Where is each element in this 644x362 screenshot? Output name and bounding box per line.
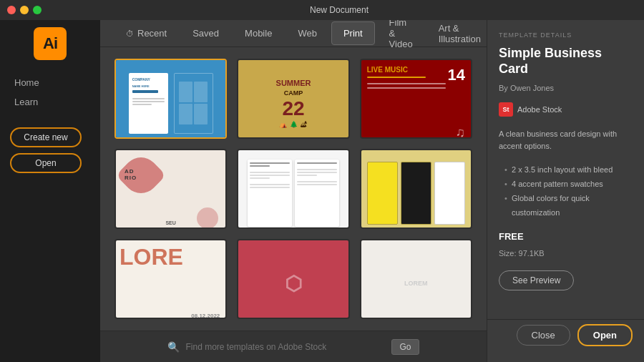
template-thumb-biz: COMPANY NAME HERE <box>116 60 225 139</box>
stock-badge: St Adobe Stock <box>499 102 633 117</box>
clock-icon: ⏱ <box>126 29 134 38</box>
biz-card-line-company <box>132 90 158 93</box>
search-bar: 🔍 Go <box>100 331 487 362</box>
tab-mobile[interactable]: Mobile <box>233 22 283 44</box>
open-button[interactable]: Open <box>577 324 633 346</box>
create-new-button[interactable]: Create new <box>10 127 82 147</box>
panel-features-list: 2 x 3.5 inch layout with bleed 4 accent … <box>499 163 633 220</box>
resume-preview <box>238 150 348 229</box>
close-traffic-light[interactable] <box>7 6 16 14</box>
tab-recent[interactable]: ⏱ Recent <box>114 22 178 44</box>
panel-size: Size: 97.1KB <box>499 249 633 258</box>
tabs-and-content: ⏱ Recent Saved Mobile Web Print Film & V… <box>100 20 487 362</box>
template-card-lorem2[interactable]: ⬡ <box>237 239 349 319</box>
panel-description: A clean business card design with accent… <box>499 128 633 152</box>
panel-feature-1: 2 x 3.5 inch layout with bleed <box>504 163 633 177</box>
window-title: New Document <box>42 5 637 15</box>
sidebar: Ai Home Learn Create new Open <box>0 20 100 362</box>
title-bar: New Document <box>0 0 644 20</box>
minimize-traffic-light[interactable] <box>20 6 29 14</box>
announce-preview: LIVE MUSIC 14 ♫ <box>361 60 471 139</box>
panel-template-title: Simple Business Card <box>499 46 633 77</box>
template-thumb-resume <box>238 150 348 229</box>
panel-feature-3: Global colors for quick customization <box>504 192 633 220</box>
stock-name: Adobe Stock <box>517 105 562 114</box>
template-grid: COMPANY NAME HERE <box>100 47 487 331</box>
panel-feature-2: 4 accent pattern swatches <box>504 177 633 192</box>
maximize-traffic-light[interactable] <box>33 6 42 14</box>
biz-card-preview: COMPANY NAME HERE <box>116 60 225 139</box>
template-card-lorem3[interactable]: LOREM <box>360 239 472 319</box>
panel-author: By Owen Jones <box>499 84 633 92</box>
template-card-resume[interactable]: Classic Resume and Cover Letter... FREE <box>237 149 349 229</box>
floral-preview: ADRIO SEU <box>116 150 225 229</box>
biz-card-back <box>174 73 213 134</box>
template-card-floral[interactable]: ADRIO SEU Floral Overprint Effect Flyers… <box>114 149 227 229</box>
search-icon: 🔍 <box>167 341 180 353</box>
template-thumb-announce: LIVE MUSIC 14 ♫ <box>361 60 471 139</box>
sidebar-nav: Home Learn <box>0 74 100 110</box>
modal-body: ⏱ Recent Saved Mobile Web Print Film & V… <box>100 20 644 362</box>
sidebar-item-home[interactable]: Home <box>10 74 90 91</box>
summer-preview: SUMMER CAMP 22 ⛺🌲🏕 <box>238 60 348 139</box>
template-thumb-summer: SUMMER CAMP 22 ⛺🌲🏕 <box>238 60 348 139</box>
template-thumb-floral: ADRIO SEU <box>116 150 225 229</box>
tabs-bar: ⏱ Recent Saved Mobile Web Print Film & V… <box>100 20 487 47</box>
search-input[interactable] <box>185 342 386 352</box>
template-card-lorem1[interactable]: LORE 08.12.2022 <box>114 239 227 319</box>
lorem1-preview: LORE 08.12.2022 <box>116 240 225 319</box>
template-thumb-trifold <box>361 150 471 229</box>
search-go-button[interactable]: Go <box>391 339 419 355</box>
traffic-lights <box>7 6 42 14</box>
see-preview-button[interactable]: See Preview <box>499 270 574 290</box>
tab-film-video[interactable]: Film & Video <box>378 20 424 55</box>
biz-card-back-grid <box>179 82 208 124</box>
template-card-summer[interactable]: SUMMER CAMP 22 ⛺🌲🏕 Summer Camp Poster FR… <box>237 59 349 139</box>
sidebar-actions: Create new Open <box>0 117 92 183</box>
trifold-preview <box>361 150 471 229</box>
app-logo: Ai <box>34 27 67 60</box>
open-file-button[interactable]: Open <box>10 153 82 173</box>
close-button[interactable]: Close <box>517 325 570 346</box>
biz-card-front: COMPANY NAME HERE <box>129 73 168 134</box>
template-details-panel: TEMPLATE DETAILS Simple Business Card By… <box>487 20 644 362</box>
template-card-trifold[interactable]: Bold and Bright Trifold Brochure ... FRE… <box>360 149 472 229</box>
adobe-stock-icon: St <box>499 102 513 117</box>
tab-saved[interactable]: Saved <box>181 22 230 44</box>
tab-print[interactable]: Print <box>331 21 375 45</box>
template-thumb-lorem1: LORE 08.12.2022 <box>116 240 225 319</box>
template-thumb-lorem3: LOREM <box>361 240 471 319</box>
tab-art-illustration[interactable]: Art & Illustration <box>427 20 487 50</box>
panel-section-label: TEMPLATE DETAILS <box>499 31 633 39</box>
panel-price: FREE <box>499 231 633 242</box>
sidebar-item-learn[interactable]: Learn <box>10 94 90 110</box>
template-thumb-lorem2: ⬡ <box>238 240 348 319</box>
template-card-biz[interactable]: COMPANY NAME HERE <box>114 59 227 139</box>
bottom-action-bar: Close Open <box>487 319 644 351</box>
tab-web[interactable]: Web <box>286 22 328 44</box>
template-card-announce[interactable]: LIVE MUSIC 14 ♫ Announcement Posters FRE… <box>360 59 472 139</box>
new-document-modal: ⏱ Recent Saved Mobile Web Print Film & V… <box>100 20 644 362</box>
